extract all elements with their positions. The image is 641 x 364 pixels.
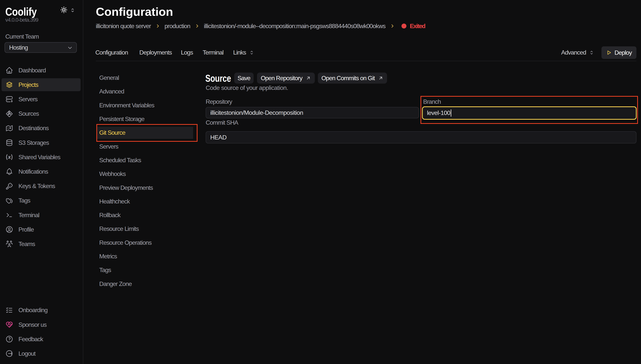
svg-text:x: x xyxy=(8,154,11,160)
